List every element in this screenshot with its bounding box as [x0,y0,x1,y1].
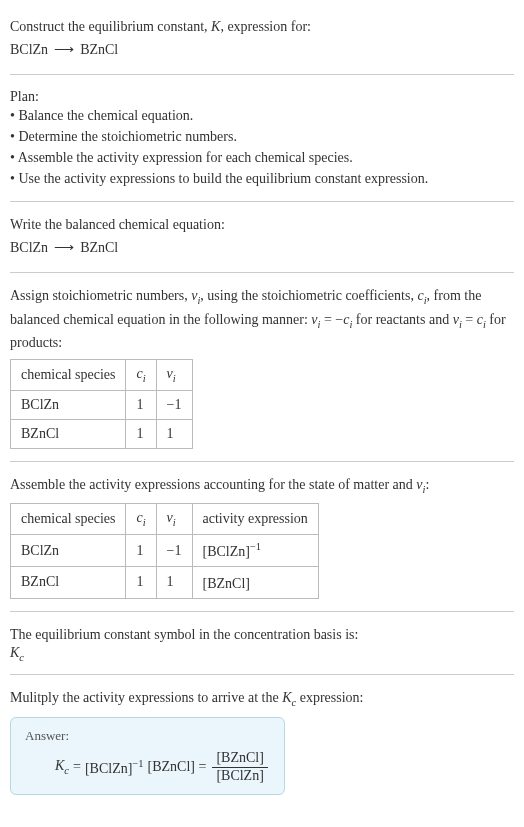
activity-table: chemical species ci νi activity expressi… [10,503,319,598]
divider [10,461,514,462]
plan-item: • Assemble the activity expression for e… [10,147,514,168]
stoich-section: Assign stoichiometric numbers, νi, using… [10,277,514,457]
fraction: [BZnCl] [BClZn] [212,750,267,785]
plan-section: Plan: • Balance the chemical equation. •… [10,79,514,197]
prompt-part1: Construct the equilibrium constant, [10,19,211,34]
sub-c: c [64,765,69,776]
sub-i: i [143,373,146,384]
cell-species: BClZn [11,535,126,567]
k-symbol: K [10,645,19,660]
reactant: BClZn [10,240,48,255]
cell-activity: [BClZn]−1 [192,535,318,567]
cell-species: BZnCl [11,566,126,598]
cell-ci: 1 [126,535,156,567]
colon: : [425,477,429,492]
sub-i: i [143,517,146,528]
table-row: BClZn 1 −1 [BClZn]−1 [11,535,319,567]
text: = [462,312,477,327]
col-species: chemical species [11,360,126,391]
prompt-text: Construct the equilibrium constant, K, e… [10,16,514,37]
cell-ci: 1 [126,390,156,419]
col-nui: νi [156,504,192,535]
cell-species: BZnCl [11,419,126,448]
table-row: BZnCl 1 1 [11,419,193,448]
stoich-table: chemical species ci νi BClZn 1 −1 BZnCl … [10,359,193,449]
col-nui: νi [156,360,192,391]
answer-label: Answer: [25,728,270,744]
act-exp: −1 [250,541,261,552]
symbol-intro: The equilibrium constant symbol in the c… [10,624,514,645]
kc-expression: Kc = [BClZn]−1 [BZnCl] = [BZnCl] [BClZn] [25,750,270,785]
stoich-intro: Assign stoichiometric numbers, νi, using… [10,285,514,353]
balanced-intro: Write the balanced chemical equation: [10,214,514,235]
cell-species: BClZn [11,390,126,419]
cell-ci: 1 [126,566,156,598]
activity-intro: Assemble the activity expressions accoun… [10,474,514,498]
activity-section: Assemble the activity expressions accoun… [10,466,514,607]
act-base: [BClZn] [203,544,250,559]
final-section: Mulitply the activity expressions to arr… [10,679,514,803]
k-symbol: K [55,758,64,773]
divider [10,201,514,202]
text: Assign stoichiometric numbers, [10,288,191,303]
divider [10,674,514,675]
table-header-row: chemical species ci νi [11,360,193,391]
table-row: BClZn 1 −1 [11,390,193,419]
cell-ci: 1 [126,419,156,448]
cell-nui: 1 [156,419,192,448]
divider [10,74,514,75]
plan-item: • Use the activity expressions to build … [10,168,514,189]
cell-nui: −1 [156,390,192,419]
fraction-denominator: [BClZn] [212,768,267,785]
term2: [BZnCl] = [148,759,207,775]
col-species: chemical species [11,504,126,535]
kc-symbol: Kc [10,645,514,663]
sub-i: i [173,517,176,528]
plan-heading: Plan: [10,89,514,105]
act-base: [BZnCl] [203,576,250,591]
plan-item: • Determine the stoichiometric numbers. [10,126,514,147]
divider [10,611,514,612]
text: , using the stoichiometric coefficients, [200,288,417,303]
table-header-row: chemical species ci νi activity expressi… [11,504,319,535]
text: for reactants and [352,312,452,327]
arrow-icon: ⟶ [54,240,74,255]
plan-item: • Balance the chemical equation. [10,105,514,126]
text: expression: [296,690,363,705]
cell-nui: 1 [156,566,192,598]
symbol-section: The equilibrium constant symbol in the c… [10,616,514,671]
term1: [BClZn]−1 [85,758,144,777]
k-symbol: K [282,690,291,705]
cell-activity: [BZnCl] [192,566,318,598]
term1-exp: −1 [132,758,143,769]
final-intro: Mulitply the activity expressions to arr… [10,687,514,711]
col-ci: ci [126,360,156,391]
col-activity: activity expression [192,504,318,535]
term1-base: [BClZn] [85,761,132,776]
sub-i: i [173,373,176,384]
balanced-section: Write the balanced chemical equation: BC… [10,206,514,268]
equals: = [73,759,81,775]
divider [10,272,514,273]
arrow-icon: ⟶ [54,42,74,57]
text: Mulitply the activity expressions to arr… [10,690,282,705]
text: = − [320,312,343,327]
prompt-part2: , expression for: [220,19,311,34]
col-ci: ci [126,504,156,535]
reactant: BClZn [10,42,48,57]
table-row: BZnCl 1 1 [BZnCl] [11,566,319,598]
lhs: Kc [55,758,69,776]
product: BZnCl [80,42,118,57]
balanced-equation: BClZn⟶BZnCl [10,239,514,256]
prompt-equation: BClZn⟶BZnCl [10,41,514,58]
prompt-section: Construct the equilibrium constant, K, e… [10,8,514,70]
product: BZnCl [80,240,118,255]
k-symbol: K [211,19,220,34]
fraction-numerator: [BZnCl] [212,750,267,768]
sub-c: c [19,651,24,662]
answer-box: Answer: Kc = [BClZn]−1 [BZnCl] = [BZnCl]… [10,717,285,796]
text: Assemble the activity expressions accoun… [10,477,416,492]
cell-nui: −1 [156,535,192,567]
